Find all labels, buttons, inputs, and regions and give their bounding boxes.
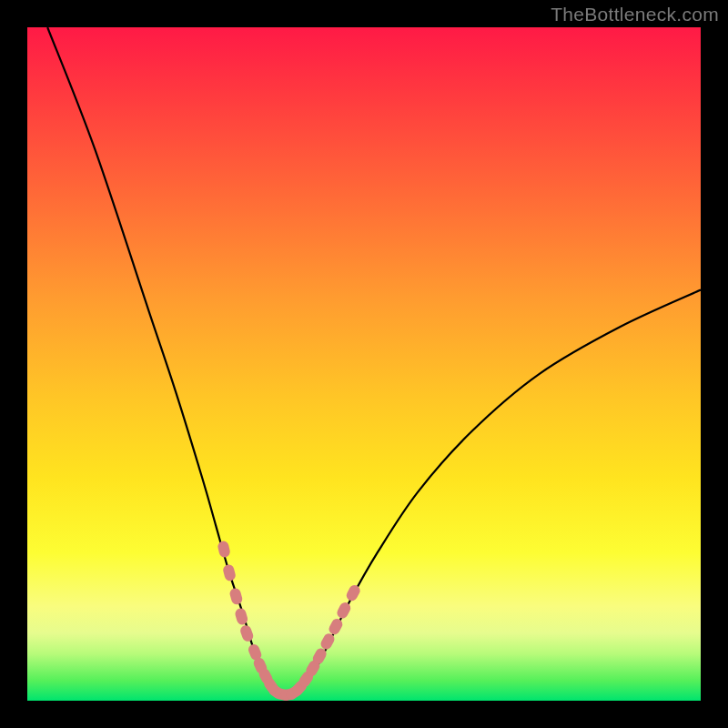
watermark-text: TheBottleneck.com	[551, 4, 719, 25]
highlight-markers	[217, 540, 362, 701]
plot-area	[27, 27, 701, 701]
marker-dot	[327, 617, 344, 637]
marker-dot	[345, 583, 362, 603]
marker-dot	[217, 540, 231, 558]
bottleneck-curve	[47, 27, 701, 696]
marker-dot	[335, 601, 352, 621]
curve-layer	[47, 27, 701, 696]
bottleneck-chart-svg	[27, 27, 701, 701]
marker-dot	[228, 587, 243, 606]
marker-dot	[238, 623, 255, 642]
chart-frame: TheBottleneck.com	[0, 0, 728, 728]
marker-dot	[222, 563, 237, 581]
